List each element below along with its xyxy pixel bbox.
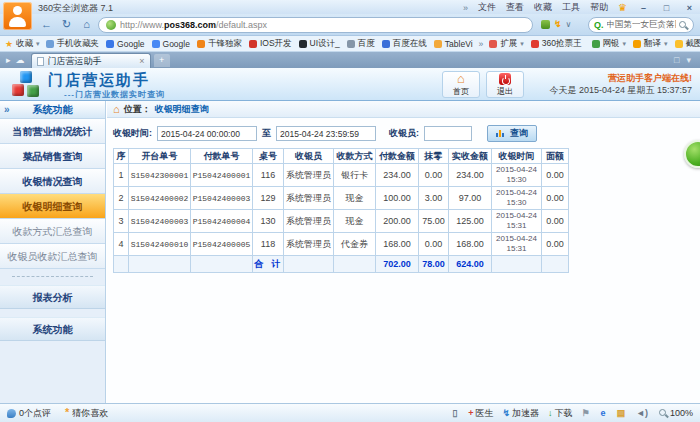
column-header[interactable]: 收银员 — [284, 149, 334, 164]
cashier-input[interactable] — [424, 126, 472, 141]
lightning-icon[interactable]: ↯ — [554, 19, 562, 29]
status-tool-item[interactable]: ↓ 下载 — [548, 407, 573, 420]
mode-caret-icon[interactable]: ∨ — [566, 20, 572, 29]
bookmarks-bar: 收藏 ▾ 手机收藏夹 Google Google — [0, 36, 700, 52]
tab-list-caret-icon[interactable]: ▾ — [686, 55, 691, 65]
overflow-chevron-icon[interactable]: » — [463, 3, 468, 13]
column-header[interactable]: 收款方式 — [334, 149, 376, 164]
sidebar-item[interactable]: 收银员收款汇总查询 — [0, 244, 105, 269]
bookmark-item[interactable]: Google — [106, 38, 144, 50]
status-tool-item[interactable]: ▤ — [617, 408, 628, 418]
table-row[interactable]: 2 S15042400002 P15042400003 129 系统管理员 现金… — [114, 187, 569, 210]
status-tool-label: 下载 — [554, 407, 572, 420]
user-avatar[interactable] — [3, 2, 32, 30]
status-tool-item[interactable]: ⚑ — [581, 408, 591, 418]
member-crown-icon[interactable]: ♛ — [618, 2, 627, 13]
speed-mode-icon[interactable] — [541, 20, 550, 29]
sidebar-header[interactable]: » 系统功能 — [0, 101, 105, 119]
minimize-button[interactable]: – — [637, 3, 650, 13]
column-header[interactable]: 序 — [114, 149, 129, 164]
bookmark-item[interactable]: 百度在线 — [382, 38, 427, 50]
menu-item[interactable]: 文件 — [478, 1, 496, 14]
guess-you-like-button[interactable]: 猜你喜欢 — [65, 407, 108, 420]
sidebar-section[interactable]: 系统功能 — [0, 317, 105, 341]
bookmark-favicon — [347, 40, 355, 48]
app-home-button[interactable]: ⌂ 首页 — [442, 71, 480, 98]
tab-active[interactable]: 门店营运助手 × — [31, 53, 151, 68]
app-exit-button[interactable]: 退出 — [486, 71, 524, 98]
column-header[interactable]: 收银时间 — [492, 149, 542, 164]
online-status-text: 营运助手客户端在线! — [549, 72, 692, 84]
favorites-menu[interactable]: 收藏 ▾ — [5, 38, 40, 50]
toolbar-item[interactable]: 360抢票王 — [531, 38, 585, 50]
status-tool-item[interactable]: ◄) — [636, 408, 650, 418]
column-header[interactable]: 开台单号 — [129, 149, 191, 164]
close-button[interactable]: × — [683, 3, 696, 13]
search-input[interactable] — [607, 20, 676, 30]
column-header[interactable]: 付款单号 — [191, 149, 253, 164]
header-status: 营运助手客户端在线! 今天是 2015-04-24 星期五 15:37:57 — [549, 72, 692, 96]
sidebar-section[interactable]: 报表分析 — [0, 285, 105, 309]
sidebar-item[interactable]: 收银明细查询 — [0, 194, 105, 219]
bookmark-item[interactable]: Google — [152, 38, 190, 50]
zoom-control[interactable]: 100% — [659, 408, 693, 418]
bookmark-item[interactable]: 千锋独家 — [197, 38, 242, 50]
sidebar-item[interactable]: 菜品销售查询 — [0, 144, 105, 169]
sidebar-item[interactable]: 收银情况查询 — [0, 169, 105, 194]
toolbar-item-label: 扩展 — [500, 38, 517, 50]
session-restore-icon[interactable]: ▸ — [6, 55, 11, 65]
bookmark-item[interactable]: 手机收藏夹 — [46, 38, 100, 50]
restore-button[interactable]: □ — [660, 3, 673, 13]
recent-tabs-icon[interactable]: □ — [674, 55, 679, 65]
toolbar-item[interactable]: 翻译 ▾ — [633, 38, 668, 50]
refresh-button[interactable]: ↻ — [58, 17, 75, 33]
column-header[interactable]: 实收金额 — [449, 149, 492, 164]
total-pay-amount: 702.00 — [376, 256, 419, 273]
bookmark-item[interactable]: IOS开发 — [249, 38, 292, 50]
column-header[interactable]: 面额 — [542, 149, 569, 164]
cell-seq: 1 — [114, 164, 129, 187]
breadcrumb-label: 位置： — [124, 103, 151, 116]
column-header[interactable]: 付款金额 — [376, 149, 419, 164]
collapse-icon[interactable]: » — [4, 101, 10, 119]
bookmark-item[interactable]: UI设计_ — [299, 38, 340, 50]
toolbar-item[interactable]: 网银 ▾ — [592, 38, 627, 50]
table-row[interactable]: 3 S15042400003 P15042400004 130 系统管理员 现金… — [114, 210, 569, 233]
menu-item[interactable]: 查看 — [506, 1, 524, 14]
time-from-input[interactable] — [157, 126, 257, 141]
table-row[interactable]: 4 S15042400010 P15042400005 118 系统管理员 代金… — [114, 233, 569, 256]
status-tool-item[interactable]: e — [601, 408, 608, 418]
bookmark-list: 手机收藏夹 Google Google 千锋独家 — [46, 38, 473, 50]
cell-rounding: 0.00 — [419, 164, 449, 187]
search-box[interactable]: Q. — [588, 17, 694, 33]
menu-item[interactable]: 收藏 — [534, 1, 552, 14]
home-button[interactable]: ⌂ — [78, 17, 95, 33]
bookmark-item[interactable]: TableVi — [434, 38, 473, 50]
back-button[interactable]: ← — [38, 17, 55, 33]
cloud-sync-icon[interactable]: ☁ — [16, 55, 25, 65]
status-tool-item[interactable]: ▯ — [452, 408, 459, 418]
status-tool-item[interactable]: ↯ 加速器 — [502, 407, 539, 420]
toolbar-item[interactable]: 截图 ▾ — [675, 38, 700, 50]
bookmark-label: IOS开发 — [260, 38, 292, 50]
tab-close-icon[interactable]: × — [139, 56, 144, 66]
column-header[interactable]: 抹零 — [419, 149, 449, 164]
reviews-button[interactable]: 0个点评 — [7, 407, 51, 420]
table-row[interactable]: 1 S15042300001 P15042400001 116 系统管理员 银行… — [114, 164, 569, 187]
search-icon[interactable] — [679, 21, 688, 30]
new-tab-button[interactable]: + — [154, 54, 170, 67]
menu-item[interactable]: 工具 — [562, 1, 580, 14]
column-header[interactable]: 桌号 — [253, 149, 284, 164]
status-tool-item[interactable]: + 医生 — [468, 407, 493, 420]
query-button[interactable]: 查询 — [487, 125, 537, 142]
address-bar[interactable]: http://www.pos368.com/default.aspx — [98, 17, 533, 33]
sidebar-item[interactable]: 当前营业情况统计 — [0, 119, 105, 144]
menu-bar: 文件查看收藏工具帮助 — [478, 1, 608, 14]
status-tool-icon: ▤ — [617, 408, 626, 418]
bookmarks-more-icon[interactable]: » — [479, 39, 484, 49]
menu-item[interactable]: 帮助 — [590, 1, 608, 14]
bookmark-item[interactable]: 百度 — [347, 38, 375, 50]
toolbar-item[interactable]: 扩展 ▾ — [489, 38, 524, 50]
sidebar-item[interactable]: 收款方式汇总查询 — [0, 219, 105, 244]
time-to-input[interactable] — [276, 126, 376, 141]
